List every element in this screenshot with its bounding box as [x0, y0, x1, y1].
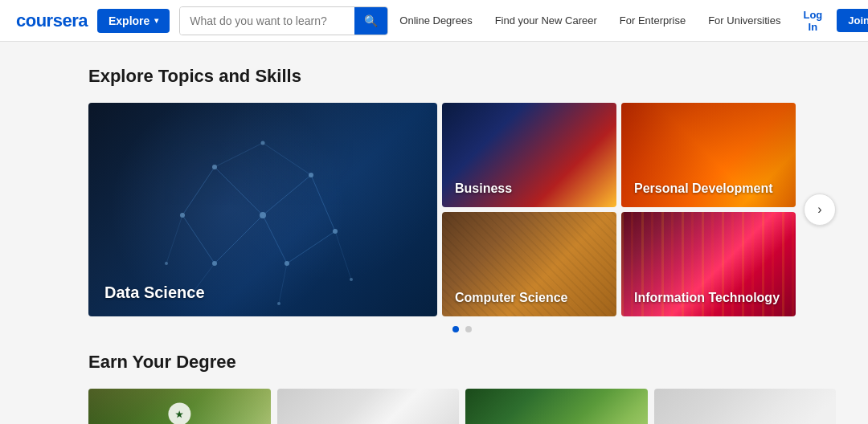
degree-cards: ★ University of North Texas [88, 389, 836, 424]
header: coursera Explore ▾ 🔍 Online Degrees Find… [0, 0, 868, 42]
svg-point-19 [180, 213, 185, 218]
svg-line-8 [215, 143, 263, 167]
explore-label: Explore [108, 14, 149, 27]
svg-line-6 [215, 215, 263, 263]
svg-point-18 [285, 261, 289, 266]
svg-point-25 [277, 302, 280, 305]
topic-card-information-technology[interactable]: Information Technology [621, 212, 796, 316]
svg-point-17 [333, 229, 338, 234]
topic-card-business[interactable]: Business [442, 103, 616, 207]
search-icon: 🔍 [364, 14, 378, 27]
svg-line-3 [263, 215, 287, 263]
svg-point-16 [309, 173, 313, 177]
explore-button[interactable]: Explore ▾ [97, 9, 170, 33]
nav-links: Online Degrees Find your New Career For … [388, 9, 868, 33]
svg-point-22 [165, 262, 168, 265]
degree-card-unt[interactable]: ★ University of North Texas [88, 389, 271, 424]
topics-section: Explore Topics and Skills [88, 66, 836, 332]
degree-card-2[interactable] [277, 389, 460, 424]
nav-online-degrees[interactable]: Online Degrees [388, 14, 483, 26]
nav-find-career[interactable]: Find your New Career [484, 14, 608, 26]
topic-label-computer-science: Computer Science [455, 291, 567, 305]
svg-line-1 [263, 175, 311, 215]
svg-line-5 [182, 215, 215, 263]
main-content: Explore Topics and Skills [0, 42, 868, 424]
svg-line-2 [311, 175, 335, 231]
svg-line-0 [215, 167, 263, 215]
nav-for-universities[interactable]: For Universities [697, 14, 792, 26]
degree-title: Earn Your Degree [88, 352, 836, 373]
svg-point-14 [212, 165, 217, 169]
topic-label-data-science: Data Science [104, 283, 205, 302]
topics-wrapper: Data Science Business Personal Developme… [88, 103, 836, 316]
carousel-next-arrow[interactable]: › [804, 194, 836, 226]
login-button[interactable]: Log In [792, 9, 833, 33]
carousel-dot-1[interactable] [452, 326, 459, 332]
svg-line-10 [166, 215, 182, 263]
topics-title: Explore Topics and Skills [88, 66, 836, 87]
topic-label-information-technology: Information Technology [634, 291, 780, 305]
svg-line-7 [287, 231, 335, 263]
svg-point-20 [212, 261, 217, 266]
topic-card-data-science[interactable]: Data Science [88, 103, 437, 316]
svg-point-15 [260, 212, 266, 218]
carousel-dot-2[interactable] [465, 326, 472, 332]
svg-line-9 [263, 143, 311, 175]
degree-card-4[interactable] [654, 389, 837, 424]
svg-point-21 [261, 141, 265, 145]
svg-line-11 [335, 231, 351, 279]
topic-card-computer-science[interactable]: Computer Science [442, 212, 616, 316]
logo-text: coursera [16, 10, 88, 31]
search-bar: 🔍 [179, 6, 388, 35]
search-input[interactable] [180, 7, 354, 35]
logo: coursera [16, 10, 88, 31]
svg-line-13 [279, 263, 287, 304]
degree-section: Earn Your Degree ★ University of North T… [88, 352, 836, 424]
topic-card-personal-development[interactable]: Personal Development [621, 103, 796, 207]
svg-line-4 [182, 167, 215, 215]
carousel-dots [88, 326, 836, 332]
degree-card-3[interactable] [465, 389, 648, 424]
search-button[interactable]: 🔍 [354, 7, 387, 35]
join-button[interactable]: Join for Free [837, 9, 868, 32]
svg-point-23 [350, 278, 353, 281]
chevron-down-icon: ▾ [154, 16, 158, 25]
topic-label-personal-development: Personal Development [634, 181, 773, 196]
chevron-right-icon: › [817, 202, 821, 217]
nav-for-enterprise[interactable]: For Enterprise [608, 14, 697, 26]
topics-grid: Data Science Business Personal Developme… [88, 103, 796, 316]
topic-label-business: Business [455, 181, 512, 196]
